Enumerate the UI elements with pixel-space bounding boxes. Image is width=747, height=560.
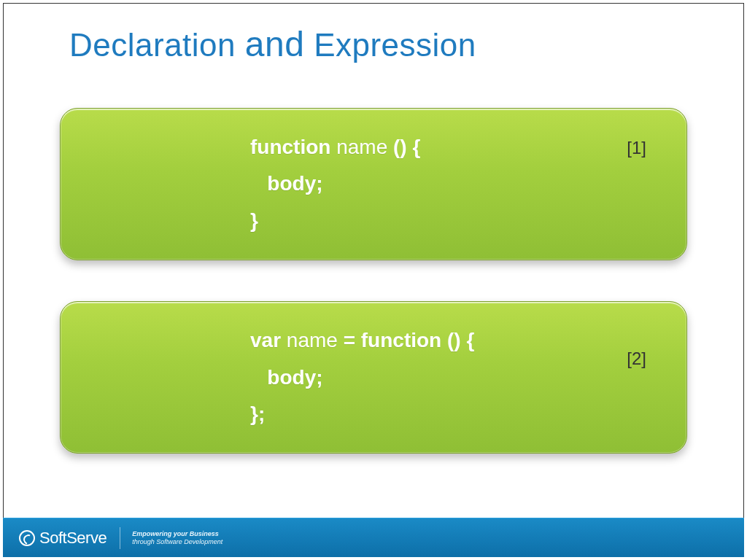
reference-tag-2: [2] — [627, 349, 646, 369]
footer-divider — [120, 527, 120, 549]
brand-word-1: Soft — [39, 529, 66, 547]
code-token: () { — [393, 136, 420, 158]
code-line: body; — [250, 166, 657, 202]
code-block-2: var name = function () { body;}; — [250, 322, 657, 432]
code-line: function name () { — [250, 129, 657, 166]
code-token: } — [250, 209, 258, 232]
code-token: function — [250, 136, 330, 158]
brand-name: SoftServe — [39, 529, 107, 548]
title-word-1: Declaration — [69, 27, 236, 63]
code-line: body; — [250, 359, 657, 396]
slide-title: Declaration and Expression — [4, 4, 743, 64]
footer-bar: SoftServe Empowering your Business throu… — [3, 518, 744, 557]
tagline-line-2: through Software Development — [132, 538, 222, 546]
code-token: = function () { — [344, 329, 475, 351]
code-token: name — [330, 136, 393, 158]
code-line: var name = function () { — [250, 322, 657, 359]
title-word-3: Expression — [314, 27, 476, 63]
slide-frame: Declaration and Expression [1] function … — [3, 3, 744, 557]
code-block-1: function name () { body;} — [250, 129, 657, 239]
code-token: body; — [250, 172, 323, 195]
code-line: } — [250, 203, 657, 239]
brand-word-2: Serve — [66, 529, 107, 547]
logo-icon — [19, 530, 35, 546]
title-word-2: and — [245, 25, 305, 63]
code-card-expression: [2] var name = function () { body;}; — [60, 301, 687, 454]
code-token: name — [281, 329, 344, 351]
code-token: }; — [250, 402, 265, 425]
code-card-declaration: [1] function name () { body;} — [60, 108, 687, 260]
tagline-line-1: Empowering your Business — [132, 530, 222, 538]
code-token: var — [250, 329, 281, 351]
reference-tag-1: [1] — [627, 138, 646, 158]
code-line: }; — [250, 396, 657, 432]
brand-tagline: Empowering your Business through Softwar… — [132, 530, 222, 546]
code-token: body; — [250, 366, 323, 389]
brand-logo: SoftServe — [19, 529, 107, 548]
